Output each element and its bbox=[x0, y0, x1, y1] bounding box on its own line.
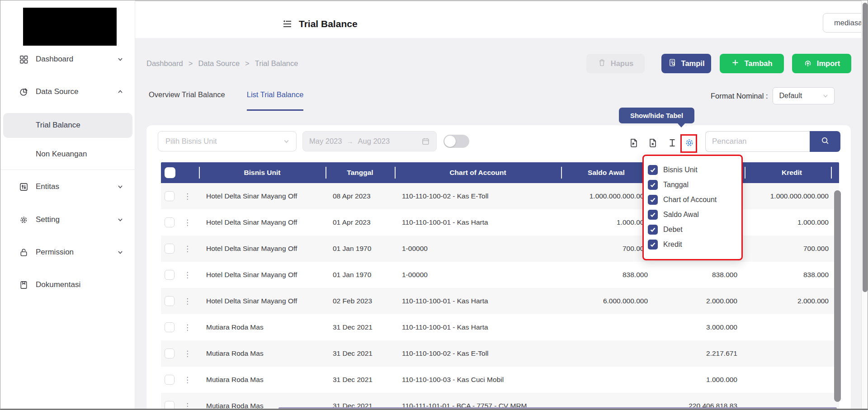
cell-chart-of-account: 1-00000 bbox=[395, 271, 561, 279]
checkbox-checked-icon[interactable] bbox=[648, 225, 658, 235]
header-kredit[interactable]: Kredit bbox=[745, 169, 839, 177]
export-pdf-icon[interactable] bbox=[629, 138, 639, 148]
app-window: Dashboard Data Source Trial Balance Non … bbox=[0, 0, 868, 410]
row-menu-icon[interactable]: ⋮ bbox=[184, 323, 191, 332]
column-toggle-chart-of-account[interactable]: Chart of Account bbox=[644, 192, 741, 207]
row-checkbox[interactable] bbox=[165, 375, 175, 385]
sidebar-item-label: Dashboard bbox=[36, 55, 73, 64]
table-row: ⋮ Hotel Delta Sinar Mayang Off 01 Jan 19… bbox=[161, 262, 839, 288]
chevron-down-icon bbox=[117, 184, 123, 190]
toggle-switch[interactable] bbox=[443, 135, 469, 148]
checkbox-checked-icon[interactable] bbox=[648, 210, 658, 220]
chevron-down-icon bbox=[117, 56, 123, 62]
cell-debet: 1.000.000 bbox=[651, 376, 745, 384]
breadcrumb-trial-balance[interactable]: Trial Balance bbox=[255, 59, 298, 68]
row-checkbox[interactable] bbox=[165, 244, 175, 254]
tab-overview-trial-balance[interactable]: Overview Trial Balance bbox=[149, 90, 225, 111]
row-checkbox[interactable] bbox=[165, 191, 175, 201]
app-logo bbox=[23, 8, 117, 46]
cell-saldo-awal: 838.000 bbox=[561, 271, 651, 279]
chevron-down-icon bbox=[117, 217, 123, 223]
row-select-cell: ⋮ bbox=[161, 375, 199, 385]
column-toggle-saldo-awal[interactable]: Saldo Awal bbox=[644, 207, 741, 222]
sidebar-collapse-icon[interactable] bbox=[282, 19, 292, 29]
row-height-icon[interactable] bbox=[667, 138, 677, 148]
search-input[interactable] bbox=[705, 131, 810, 152]
checkbox-checked-icon[interactable] bbox=[648, 165, 658, 175]
table-row: ⋮ Mutiara Roda Mas 31 Dec 2021 110-110-1… bbox=[161, 367, 839, 393]
sidebar-item-dashboard[interactable]: Dashboard bbox=[0, 49, 135, 69]
table-horizontal-scrollbar[interactable] bbox=[278, 407, 837, 410]
column-toggle-bisnis-unit[interactable]: Bisnis Unit bbox=[644, 162, 741, 177]
import-label: Import bbox=[817, 59, 840, 68]
format-nominal-label: Format Nominal : bbox=[711, 92, 768, 100]
select-all-checkbox[interactable] bbox=[165, 167, 175, 178]
row-checkbox[interactable] bbox=[165, 349, 175, 358]
sidebar-item-label: Data Source bbox=[36, 87, 79, 96]
table-vertical-scrollbar[interactable] bbox=[834, 190, 841, 402]
import-button[interactable]: Import bbox=[792, 54, 851, 73]
sidebar-item-permission[interactable]: Permission bbox=[0, 242, 135, 262]
row-menu-icon[interactable]: ⋮ bbox=[184, 192, 191, 201]
row-menu-icon[interactable]: ⋮ bbox=[184, 375, 191, 385]
header-bisnis-unit[interactable]: Bisnis Unit bbox=[199, 169, 326, 177]
column-toggle-kredit[interactable]: Kredit bbox=[644, 237, 741, 252]
row-menu-icon[interactable]: ⋮ bbox=[184, 401, 191, 410]
hapus-label: Hapus bbox=[611, 59, 633, 68]
tampil-button[interactable]: Tampil bbox=[661, 54, 711, 73]
sidebar-item-dokumentasi[interactable]: Dokumentasi bbox=[0, 275, 135, 295]
column-visibility-menu: Bisnis Unit Tanggal Chart of Account Sal… bbox=[642, 155, 743, 260]
sidebar-item-setting[interactable]: Setting bbox=[0, 210, 135, 230]
column-toggle-tanggal[interactable]: Tanggal bbox=[644, 177, 741, 192]
sidebar-item-data-source[interactable]: Data Source bbox=[0, 82, 135, 102]
cell-tanggal: 08 Apr 2023 bbox=[326, 192, 395, 200]
row-menu-icon[interactable]: ⋮ bbox=[184, 270, 191, 280]
cell-chart-of-account: 110-111-101-01 - BCA - 7757 - CV MRM bbox=[395, 402, 561, 410]
row-menu-icon[interactable]: ⋮ bbox=[184, 244, 191, 254]
breadcrumb-separator: > bbox=[245, 59, 250, 68]
checkbox-checked-icon[interactable] bbox=[648, 240, 658, 250]
row-checkbox[interactable] bbox=[165, 217, 175, 227]
cell-chart-of-account: 110-110-100-01 - Kas Harta bbox=[395, 297, 561, 305]
date-range-picker[interactable]: May 2023 → Aug 2023 bbox=[302, 131, 437, 151]
row-select-cell: ⋮ bbox=[161, 401, 199, 410]
search-button[interactable] bbox=[810, 131, 840, 152]
sidebar: Dashboard Data Source Trial Balance Non … bbox=[0, 0, 135, 410]
row-menu-icon[interactable]: ⋮ bbox=[184, 349, 191, 358]
row-checkbox[interactable] bbox=[165, 296, 175, 306]
tab-list-trial-balance[interactable]: List Trial Balance bbox=[247, 90, 304, 111]
date-from: May 2023 bbox=[309, 137, 342, 146]
cell-chart-of-account: 110-110-100-02 - Kas E-Toll bbox=[395, 192, 561, 200]
chevron-down-icon bbox=[283, 138, 290, 145]
row-checkbox[interactable] bbox=[165, 270, 175, 280]
sidebar-item-non-keuangan[interactable]: Non Keuangan bbox=[0, 144, 135, 164]
checkbox-checked-icon[interactable] bbox=[648, 180, 658, 190]
chevron-down-icon bbox=[117, 249, 123, 255]
sidebar-item-trial-balance[interactable]: Trial Balance bbox=[0, 115, 135, 135]
row-menu-icon[interactable]: ⋮ bbox=[184, 297, 191, 306]
header-saldo-awal[interactable]: Saldo Awal bbox=[561, 169, 651, 177]
checkbox-checked-icon[interactable] bbox=[648, 195, 658, 205]
export-excel-icon[interactable] bbox=[648, 138, 658, 148]
window-scrollbar-thumb[interactable] bbox=[863, 3, 868, 292]
header-chart-of-account[interactable]: Chart of Account bbox=[395, 169, 561, 177]
search-icon bbox=[821, 136, 830, 147]
format-nominal-select[interactable]: Default bbox=[773, 87, 835, 104]
column-toggle-debet[interactable]: Debet bbox=[644, 222, 741, 237]
row-select-cell: ⋮ bbox=[161, 296, 199, 306]
cell-chart-of-account: 110-110-100-01 - Kas Harta bbox=[395, 323, 561, 331]
sidebar-item-entitas[interactable]: Entitas bbox=[0, 177, 135, 197]
row-checkbox[interactable] bbox=[165, 401, 175, 410]
row-menu-icon[interactable]: ⋮ bbox=[184, 218, 191, 227]
window-scrollbar bbox=[861, 0, 868, 410]
cell-kredit: 2.000.000 bbox=[745, 297, 839, 305]
cell-kredit: 700.000 bbox=[745, 245, 839, 253]
bisnis-unit-select[interactable]: Pilih Bisnis Unit bbox=[158, 131, 297, 151]
header-tanggal[interactable]: Tanggal bbox=[326, 169, 395, 177]
breadcrumb-data-source[interactable]: Data Source bbox=[198, 59, 240, 68]
row-checkbox[interactable] bbox=[165, 322, 175, 332]
breadcrumb-dashboard[interactable]: Dashboard bbox=[146, 59, 183, 68]
tambah-button[interactable]: Tambah bbox=[720, 54, 784, 73]
hapus-button[interactable]: Hapus bbox=[586, 54, 645, 73]
list-trial-balance-card: Pilih Bisnis Unit May 2023 → Aug 2023 bbox=[146, 125, 851, 410]
